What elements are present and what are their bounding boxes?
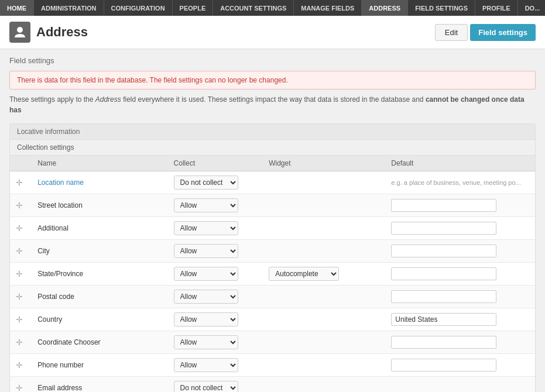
table-row: ✛CountryDo not collectAllowRequire	[10, 308, 535, 331]
fields-table: Name Collect Widget Default ✛Location na…	[10, 156, 535, 392]
page-title: Address	[36, 25, 435, 40]
collect-select[interactable]: Do not collectAllowRequire	[174, 312, 238, 326]
collect-cell: Do not collectAllowRequire	[168, 286, 263, 308]
nav-configuration[interactable]: CONFIGURATION	[104, 0, 173, 16]
drag-handle[interactable]: ✛	[10, 194, 32, 217]
collect-cell: Do not collectAllowRequire	[168, 171, 263, 194]
content-area: Field settings There is data for this fi…	[0, 49, 545, 392]
field-name: Coordinate Chooser	[32, 331, 167, 354]
table-row: ✛Email addressDo not collectAllowRequire	[10, 377, 535, 393]
field-name: Phone number	[32, 354, 167, 377]
default-cell	[385, 240, 535, 263]
collect-cell: Do not collectAllowRequire	[168, 240, 263, 263]
nav-administration[interactable]: ADMINISTRATION	[34, 0, 104, 16]
collect-select[interactable]: Do not collectAllowRequire	[174, 244, 238, 258]
default-input[interactable]	[391, 290, 496, 303]
drag-handle[interactable]: ✛	[10, 331, 32, 354]
nav-do[interactable]: Do...	[518, 0, 545, 16]
widget-select[interactable]: AutocompleteText field	[269, 267, 339, 281]
widget-cell	[263, 308, 385, 331]
collect-select[interactable]: Do not collectAllowRequire	[174, 381, 238, 392]
col-collect-header: Collect	[168, 156, 263, 171]
drag-handle[interactable]: ✛	[10, 240, 32, 263]
default-cell	[385, 263, 535, 286]
default-cell	[385, 331, 535, 354]
field-settings-button[interactable]: Field settings	[470, 24, 536, 41]
table-row: ✛Coordinate ChooserDo not collectAllowRe…	[10, 331, 535, 354]
col-name-header: Name	[32, 156, 167, 171]
default-cell	[385, 194, 535, 217]
collect-cell: Do not collectAllowRequire	[168, 308, 263, 331]
drag-handle[interactable]: ✛	[10, 171, 32, 194]
field-name: Email address	[32, 377, 167, 393]
widget-cell	[263, 240, 385, 263]
drag-handle[interactable]: ✛	[10, 377, 32, 393]
default-input[interactable]	[391, 199, 496, 212]
nav-account-settings[interactable]: ACCOUNT SETTINGS	[213, 0, 294, 16]
nav-manage-fields[interactable]: MANAGE FIELDS	[294, 0, 362, 16]
table-row: ✛Street locationDo not collectAllowRequi…	[10, 194, 535, 217]
default-input[interactable]	[391, 313, 496, 326]
collect-select[interactable]: Do not collectAllowRequire	[174, 335, 238, 349]
default-cell: e.g. a place of business, venue, meeting…	[385, 171, 535, 194]
widget-cell	[263, 194, 385, 217]
widget-cell	[263, 331, 385, 354]
default-input[interactable]	[391, 267, 496, 280]
section-title: Field settings	[9, 56, 536, 65]
field-name: Street location	[32, 194, 167, 217]
widget-cell	[263, 217, 385, 240]
drag-handle[interactable]: ✛	[10, 308, 32, 331]
collect-select[interactable]: Do not collectAllowRequire	[174, 176, 238, 190]
svg-point-0	[17, 27, 23, 33]
collect-select[interactable]: Do not collectAllowRequire	[174, 358, 238, 372]
default-input[interactable]	[391, 359, 496, 372]
table-row: ✛Postal codeDo not collectAllowRequire	[10, 286, 535, 308]
widget-cell	[263, 377, 385, 393]
default-input[interactable]	[391, 222, 496, 235]
edit-button[interactable]: Edit	[435, 24, 468, 41]
table-header-row: Name Collect Widget Default	[10, 156, 535, 171]
page-icon	[9, 22, 30, 43]
collect-select[interactable]: Do not collectAllowRequire	[174, 267, 238, 281]
field-name: City	[32, 240, 167, 263]
collect-select[interactable]: Do not collectAllowRequire	[174, 198, 238, 212]
drag-handle[interactable]: ✛	[10, 263, 32, 286]
widget-cell: AutocompleteText field	[263, 263, 385, 286]
col-widget-header: Widget	[263, 156, 385, 171]
collect-cell: Do not collectAllowRequire	[168, 194, 263, 217]
collect-cell: Do not collectAllowRequire	[168, 331, 263, 354]
nav-profile[interactable]: Profile	[475, 0, 518, 16]
page-header: Address Edit Field settings	[0, 16, 545, 49]
collect-select[interactable]: Do not collectAllowRequire	[174, 221, 238, 235]
default-cell	[385, 286, 535, 308]
widget-cell	[263, 354, 385, 377]
nav-people[interactable]: PEOPLE	[173, 0, 214, 16]
table-row: ✛AdditionalDo not collectAllowRequire	[10, 217, 535, 240]
locative-panel: Locative information Collection settings…	[9, 123, 536, 392]
nav-field-settings[interactable]: FIELD SETTINGS	[408, 0, 475, 16]
field-name: Location name	[32, 171, 167, 194]
collect-cell: Do not collectAllowRequire	[168, 217, 263, 240]
default-cell	[385, 217, 535, 240]
collection-settings-title: Collection settings	[10, 140, 535, 156]
collect-cell: Do not collectAllowRequire	[168, 377, 263, 393]
table-row: ✛Location nameDo not collectAllowRequire…	[10, 171, 535, 194]
table-row: ✛State/ProvinceDo not collectAllowRequir…	[10, 263, 535, 286]
header-buttons: Edit Field settings	[435, 24, 536, 41]
drag-handle[interactable]: ✛	[10, 286, 32, 308]
drag-handle[interactable]: ✛	[10, 354, 32, 377]
collect-select[interactable]: Do not collectAllowRequire	[174, 290, 238, 304]
default-cell	[385, 308, 535, 331]
field-name: Postal code	[32, 286, 167, 308]
default-input[interactable]	[391, 336, 496, 349]
field-name: Country	[32, 308, 167, 331]
drag-handle[interactable]: ✛	[10, 217, 32, 240]
field-name: State/Province	[32, 263, 167, 286]
nav-address[interactable]: ADDRESS	[362, 0, 408, 16]
nav-home[interactable]: HOME	[0, 0, 34, 16]
locative-title: Locative information	[10, 124, 535, 140]
top-navigation: HOME ADMINISTRATION CONFIGURATION PEOPLE…	[0, 0, 545, 16]
info-italic: Address	[95, 95, 121, 104]
table-row: ✛Phone numberDo not collectAllowRequire	[10, 354, 535, 377]
default-input[interactable]	[391, 245, 496, 257]
